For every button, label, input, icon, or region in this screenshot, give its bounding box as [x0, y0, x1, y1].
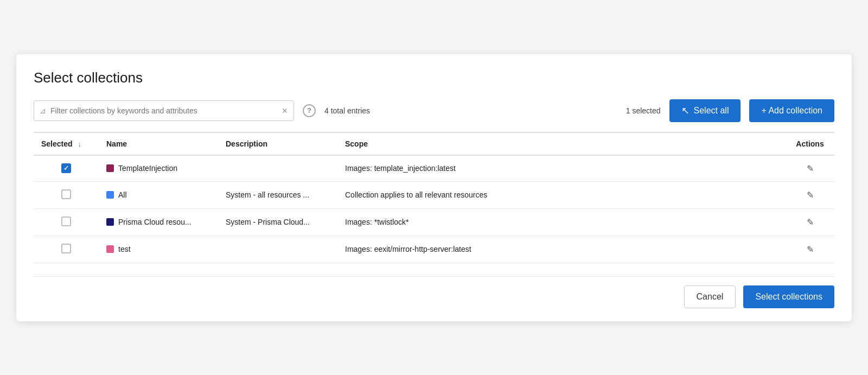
row-name-3: test: [118, 245, 131, 253]
table-row: testImages: eexit/mirror-http-server:lat…: [34, 236, 834, 263]
name-color-dot-0: [106, 164, 114, 172]
row-scope-0: Images: template_injection:latest: [337, 155, 786, 182]
checkbox-row-3[interactable]: [61, 244, 71, 253]
select-collections-button[interactable]: Select collections: [743, 285, 834, 308]
row-name-2: Prisma Cloud resou...: [118, 218, 192, 226]
checkbox-row-0[interactable]: [61, 163, 71, 173]
selected-count: 1 selected: [626, 106, 661, 115]
name-color-dot-3: [106, 245, 114, 253]
edit-icon-row-0[interactable]: ✎: [807, 164, 814, 173]
row-scope-3: Images: eexit/mirror-http-server:latest: [337, 236, 786, 263]
sort-down-icon[interactable]: ↓: [78, 140, 81, 148]
table-row: TemplateInjectionImages: template_inject…: [34, 155, 834, 182]
row-description-1: System - all resources ...: [218, 181, 337, 208]
modal-title: Select collections: [34, 69, 834, 86]
checkbox-row-2[interactable]: [61, 217, 71, 226]
edit-icon-row-2[interactable]: ✎: [807, 218, 814, 227]
row-name-1: All: [118, 190, 127, 199]
name-color-dot-1: [106, 191, 114, 199]
row-scope-1: Collection applies to all relevant resou…: [337, 181, 786, 208]
edit-icon-row-1[interactable]: ✎: [807, 190, 814, 200]
col-name: Name: [99, 132, 218, 155]
select-all-icon: ↖: [681, 105, 690, 117]
table-header-row: Selected ↓ Name Description Scope Action…: [34, 132, 834, 155]
checkbox-row-1[interactable]: [61, 189, 71, 199]
row-scope-2: Images: *twistlock*: [337, 208, 786, 236]
total-entries: 4 total entries: [324, 106, 370, 115]
name-color-dot-2: [106, 218, 114, 226]
footer: Cancel Select collections: [34, 276, 834, 308]
collections-table: Selected ↓ Name Description Scope Action…: [34, 132, 834, 263]
col-description: Description: [218, 132, 337, 155]
row-description-0: [218, 155, 337, 182]
col-scope: Scope: [337, 132, 786, 155]
table-row: AllSystem - all resources ...Collection …: [34, 181, 834, 208]
add-collection-button[interactable]: + Add collection: [749, 99, 834, 122]
row-description-3: [218, 236, 337, 263]
select-collections-modal: Select collections ⊿ ✕ ? 4 total entries…: [16, 54, 852, 321]
col-selected: Selected ↓: [34, 132, 99, 155]
cancel-button[interactable]: Cancel: [684, 285, 736, 308]
row-description-2: System - Prisma Cloud...: [218, 208, 337, 236]
table-row: Prisma Cloud resou...System - Prisma Clo…: [34, 208, 834, 236]
filter-input[interactable]: [50, 106, 277, 115]
filter-box[interactable]: ⊿ ✕: [34, 100, 294, 121]
help-icon[interactable]: ?: [303, 104, 316, 117]
filter-icon: ⊿: [40, 106, 46, 115]
col-actions: Actions: [786, 132, 834, 155]
select-all-button[interactable]: ↖ Select all: [669, 99, 741, 122]
edit-icon-row-3[interactable]: ✎: [807, 245, 814, 254]
row-name-0: TemplateInjection: [118, 164, 177, 173]
toolbar: ⊿ ✕ ? 4 total entries 1 selected ↖ Selec…: [34, 99, 834, 122]
select-all-label: Select all: [694, 106, 729, 116]
add-collection-label: + Add collection: [761, 106, 822, 116]
filter-clear-icon[interactable]: ✕: [282, 107, 288, 115]
